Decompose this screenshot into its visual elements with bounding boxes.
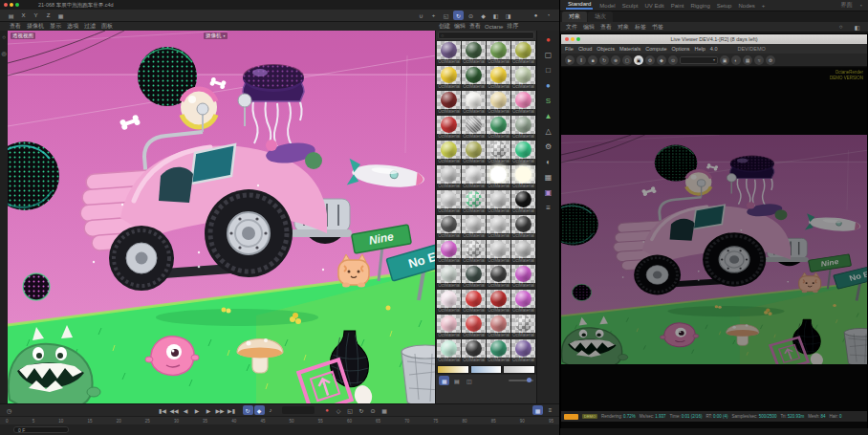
- material-swatch[interactable]: OctMaterial: [511, 165, 535, 189]
- material-strip-swatch[interactable]: [470, 365, 503, 374]
- material-swatch[interactable]: OctMaterial: [437, 240, 461, 264]
- next-key-icon[interactable]: ▶▶: [215, 405, 226, 415]
- material-swatch[interactable]: OctMaterial: [462, 315, 486, 338]
- live-viewer-menu-item[interactable]: Compute: [645, 46, 666, 52]
- layout-tab[interactable]: Nodes: [738, 3, 754, 9]
- viewport-menu-item[interactable]: 查看: [10, 22, 21, 31]
- material-swatch[interactable]: OctMaterial: [462, 265, 486, 289]
- pause-icon[interactable]: ‖: [576, 55, 586, 65]
- frame-tick[interactable]: 5: [33, 419, 35, 424]
- material-swatch[interactable]: OctMaterial: [487, 240, 510, 264]
- account-icon[interactable]: ◔: [858, 3, 862, 9]
- coords-l-icon[interactable]: ◧: [490, 11, 501, 20]
- material-swatch[interactable]: OctMaterial: [511, 91, 535, 115]
- material-swatch[interactable]: OctMaterial: [437, 190, 461, 214]
- resolution-dropdown[interactable]: ▾: [680, 56, 718, 64]
- material-swatch[interactable]: OctMaterial: [437, 116, 461, 140]
- panel-tab[interactable]: 对象: [562, 11, 587, 22]
- next-frame-icon[interactable]: ▶: [204, 405, 214, 415]
- material-swatch[interactable]: OctMaterial: [462, 141, 486, 164]
- pyramid-tool-icon[interactable]: ▲: [541, 110, 555, 122]
- live-viewer-menu-item[interactable]: Materials: [619, 46, 640, 52]
- minimize-icon[interactable]: [10, 3, 13, 7]
- axis-x-icon[interactable]: X: [18, 11, 29, 20]
- layout-tab[interactable]: Rigging: [690, 3, 709, 9]
- prev-frame-icon[interactable]: ◀: [181, 405, 191, 415]
- sound-icon[interactable]: ♪: [266, 405, 276, 415]
- live-viewer-menu-item[interactable]: Options: [672, 46, 690, 52]
- frame-tick[interactable]: 10: [58, 419, 63, 424]
- add-layout-button[interactable]: +: [762, 3, 766, 9]
- coords-r-icon[interactable]: ◨: [503, 11, 513, 20]
- materials-menu-item[interactable]: 查看: [469, 22, 481, 31]
- viewport-menu-item[interactable]: 选项: [67, 22, 78, 31]
- frame-tick[interactable]: 25: [145, 419, 150, 424]
- current-frame-chip[interactable]: 0 F: [13, 426, 69, 433]
- material-swatch[interactable]: OctMaterial: [487, 66, 510, 90]
- thumb-size-slider[interactable]: [509, 380, 533, 381]
- frame-tick[interactable]: 0: [6, 419, 9, 424]
- frame-tick[interactable]: 95: [549, 419, 553, 424]
- object-menu-item[interactable]: 编辑: [583, 23, 595, 32]
- octane-badge-icon[interactable]: ●: [541, 33, 555, 46]
- picker-icon[interactable]: ⊙: [668, 55, 678, 65]
- camera-tool-icon[interactable]: ▣: [541, 186, 555, 199]
- play-icon[interactable]: ▶: [192, 405, 203, 415]
- position-key-icon[interactable]: ◇: [334, 405, 344, 415]
- live-viewer-menu-item[interactable]: Help: [695, 46, 705, 52]
- layout-tab[interactable]: Model: [599, 3, 615, 9]
- material-swatch[interactable]: OctMaterial: [487, 290, 510, 314]
- object-menu-item[interactable]: 标签: [635, 23, 646, 32]
- material-tool-icon[interactable]: ◐: [541, 156, 555, 168]
- subsample-icon[interactable]: ▦: [743, 55, 752, 65]
- material-swatch[interactable]: OctMaterial: [462, 240, 486, 264]
- material-swatch[interactable]: OctMaterial: [511, 66, 535, 90]
- material-swatch[interactable]: OctMaterial: [487, 315, 510, 338]
- stop-icon[interactable]: ■: [588, 55, 597, 65]
- materials-menu-item[interactable]: 排序: [507, 22, 518, 31]
- play-icon[interactable]: ▶: [565, 55, 575, 65]
- grid-tool-icon[interactable]: ▦: [541, 171, 555, 184]
- frame-field[interactable]: [282, 406, 315, 414]
- perspective-viewport[interactable]: Nine No Ent: [8, 31, 435, 403]
- render-region-icon[interactable]: ▢: [622, 55, 632, 65]
- bucket[interactable]: [401, 345, 435, 403]
- frame-tick[interactable]: 40: [231, 419, 236, 424]
- layer-tool-icon[interactable]: ≡: [541, 202, 555, 214]
- keyframe-mode-icon[interactable]: ▦: [532, 405, 543, 415]
- object-menu-item[interactable]: 文件: [566, 23, 577, 32]
- clay-mode-icon[interactable]: ◐: [731, 55, 741, 65]
- camera-dropdown[interactable]: 摄像机▾: [204, 33, 228, 39]
- layout-tab[interactable]: Sculpt: [622, 3, 639, 9]
- settings-icon[interactable]: ⚙: [766, 55, 775, 65]
- frame-tick[interactable]: 80: [463, 419, 467, 424]
- panel-tab[interactable]: 场次: [588, 11, 613, 22]
- record-icon[interactable]: ●: [322, 405, 333, 415]
- viewport-menu-item[interactable]: 过滤: [84, 22, 96, 31]
- material-swatch[interactable]: OctMaterial: [487, 141, 510, 164]
- frame-tick[interactable]: 85: [491, 419, 496, 424]
- go-start-icon[interactable]: ▮◀: [158, 405, 168, 415]
- materials-menu-item[interactable]: 编辑: [454, 22, 466, 31]
- viewport-menu-item[interactable]: 摄像机: [27, 22, 44, 31]
- left-titlebar[interactable]: 21-068 车展中泡泡跑车世界.c4d: [0, 0, 559, 10]
- layout-tab[interactable]: Setup: [717, 3, 732, 9]
- object-menu-item[interactable]: 查看: [600, 23, 612, 32]
- pla-key-icon[interactable]: ▦: [380, 405, 390, 415]
- viewport-scene[interactable]: Nine No Ent: [8, 31, 435, 403]
- live-select-icon[interactable]: ⊙: [466, 11, 476, 20]
- notify-icon[interactable]: ●: [531, 11, 541, 20]
- spline-tool-icon[interactable]: S: [541, 95, 555, 107]
- pen-icon[interactable]: ◆: [657, 55, 666, 65]
- axis-z-icon[interactable]: Z: [43, 11, 54, 20]
- material-swatch[interactable]: OctMaterial: [511, 339, 535, 363]
- object-menu-item[interactable]: 对象: [618, 23, 629, 32]
- frame-tick[interactable]: 30: [174, 419, 179, 424]
- bucket[interactable]: [844, 328, 867, 364]
- close-icon[interactable]: [4, 3, 8, 7]
- frame-tick[interactable]: 90: [520, 419, 525, 424]
- materials-menu-item[interactable]: Octane: [485, 24, 503, 30]
- layout-tab[interactable]: UV Edit: [644, 3, 663, 9]
- snap-icon[interactable]: ◆: [478, 11, 488, 20]
- select-tool-icon[interactable]: ▢: [541, 49, 555, 61]
